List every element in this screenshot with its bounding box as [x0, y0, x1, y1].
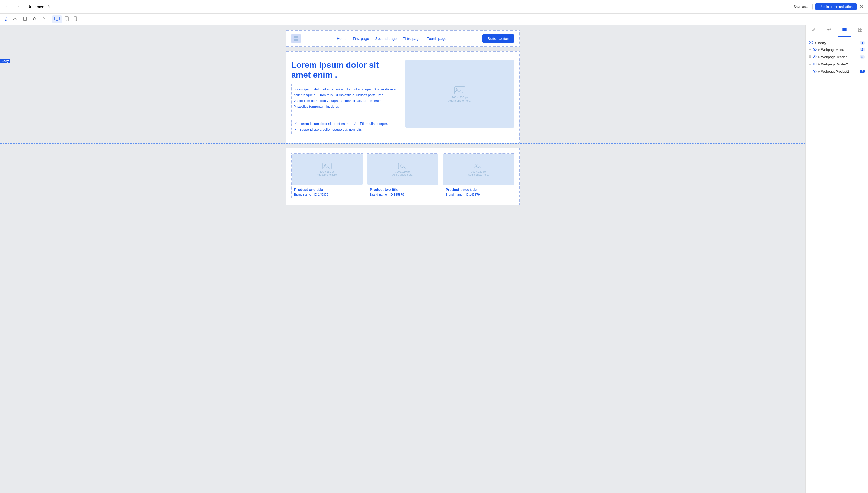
- desktop-view-button[interactable]: [52, 15, 62, 23]
- nav-button-action[interactable]: Button action: [483, 35, 514, 43]
- nav-link-first[interactable]: First page: [353, 37, 369, 41]
- svg-rect-8: [294, 36, 296, 38]
- export-tool-button[interactable]: [40, 15, 48, 23]
- save-as-button[interactable]: Save as...: [789, 3, 813, 10]
- check-item-2: ✓ Suspendisse a pellentesque dui, non fe…: [294, 127, 397, 131]
- product-3-image: 300 x 150 px Add a photo here.: [443, 154, 514, 185]
- layer-eye-icon[interactable]: [813, 55, 817, 59]
- body-expand-icon[interactable]: ▾: [815, 41, 816, 45]
- layer-expand-icon[interactable]: ▶: [818, 48, 820, 51]
- product-1-image-icon: [322, 163, 332, 170]
- frame-tool-button[interactable]: [21, 15, 29, 23]
- product-grid: 300 x 150 px Add a photo here. Product o…: [286, 148, 520, 205]
- toolbar: # </>: [0, 14, 868, 25]
- svg-point-26: [810, 42, 811, 43]
- canvas-area[interactable]: Body Home First page: [0, 25, 805, 493]
- hero-image-icon: [454, 85, 465, 95]
- layer-name-header: WebpageHeader6: [821, 55, 860, 59]
- svg-rect-18: [474, 163, 483, 169]
- layer-item-divider[interactable]: ⠿ ▶ WebpageDivider2: [806, 61, 868, 68]
- delete-tool-button[interactable]: [30, 15, 39, 23]
- layer-eye-icon[interactable]: [813, 62, 817, 66]
- svg-point-32: [814, 64, 815, 65]
- nav-bar: Home First page Second page Third page F…: [286, 30, 520, 47]
- layer-name-divider: WebpageDivider2: [821, 62, 860, 66]
- nav-link-fourth[interactable]: Fourth page: [427, 37, 446, 41]
- webpage-header-section: Lorem ipsum dolor sit amet enim . Lorem …: [286, 51, 520, 143]
- body-layer-badge: 1: [860, 41, 865, 45]
- use-in-communication-button[interactable]: Use in communication: [815, 3, 857, 10]
- svg-rect-23: [859, 30, 860, 31]
- nav-link-third[interactable]: Third page: [403, 37, 420, 41]
- hash-tool-button[interactable]: #: [3, 15, 9, 23]
- layer-eye-icon[interactable]: [813, 47, 817, 51]
- hero-content: Lorem ipsum dolor sit amet enim . Lorem …: [286, 51, 520, 143]
- product-2-img-size: 300 x 150 px: [395, 170, 410, 173]
- back-button[interactable]: ←: [4, 3, 11, 10]
- code-tool-button[interactable]: </>: [11, 16, 20, 23]
- svg-point-28: [814, 49, 815, 50]
- main-content: Body Home First page: [0, 25, 868, 493]
- product-2-img-hint: Add a photo here.: [392, 173, 413, 176]
- layer-expand-icon[interactable]: ▶: [818, 62, 820, 66]
- svg-rect-3: [55, 17, 60, 20]
- drag-handle-icon[interactable]: ⠿: [809, 69, 811, 73]
- forward-button[interactable]: →: [14, 3, 21, 10]
- hero-right: 460 x 300 px Add a photo here.: [405, 60, 514, 128]
- layer-body-row[interactable]: ▾ Body 1: [806, 39, 868, 46]
- check-text-2: Etiam ullamcorper.: [360, 122, 388, 126]
- layer-name-product: WebpageProduct2: [821, 69, 860, 73]
- product-1-img-size: 300 x 150 px: [320, 170, 334, 173]
- layer-item-header[interactable]: ⠿ ▶ WebpageHeader6 2: [806, 53, 868, 61]
- panel-tab-layers[interactable]: [838, 25, 851, 37]
- webpage-product-section: 300 x 150 px Add a photo here. Product o…: [286, 148, 520, 205]
- close-button[interactable]: ✕: [860, 4, 864, 10]
- layer-item-menu[interactable]: ⠿ ▶ WebpageMenu1 2: [806, 46, 868, 53]
- layer-item-product[interactable]: ⠿ ▶ WebpageProduct2 3: [806, 68, 868, 75]
- layers-icon: [842, 27, 847, 34]
- product-2-title: Product two title: [370, 188, 436, 192]
- hero-image-hint: Add a photo here.: [448, 99, 471, 102]
- edit-icon: [811, 27, 816, 34]
- check-text-3: Suspendisse a pellentesque dui, non feli…: [299, 127, 363, 131]
- svg-rect-11: [296, 39, 298, 41]
- mobile-view-button[interactable]: [72, 15, 79, 24]
- layer-badge-menu: 2: [860, 48, 865, 51]
- product-2-image: 300 x 150 px Add a photo here.: [367, 154, 439, 185]
- section-gap-1: [286, 47, 520, 51]
- export-icon: [42, 17, 46, 22]
- svg-rect-10: [294, 39, 296, 41]
- svg-rect-24: [861, 30, 862, 31]
- svg-rect-21: [859, 28, 860, 29]
- separator: [24, 3, 24, 10]
- panel-tab-settings[interactable]: [823, 25, 836, 37]
- layer-eye-icon[interactable]: [813, 69, 817, 73]
- drag-handle-icon[interactable]: ⠿: [809, 55, 811, 59]
- product-3-title: Product three title: [445, 188, 511, 192]
- hero-image-placeholder: 460 x 300 px Add a photo here.: [405, 60, 514, 128]
- body-eye-icon[interactable]: [809, 41, 813, 45]
- tablet-icon: [65, 16, 68, 22]
- hero-left: Lorem ipsum dolor sit amet enim . Lorem …: [291, 60, 400, 134]
- tablet-view-button[interactable]: [63, 15, 71, 24]
- layer-expand-icon[interactable]: ▶: [818, 55, 820, 59]
- edit-title-icon[interactable]: ✎: [47, 5, 50, 9]
- top-bar-right: Save as... Use in communication ✕: [789, 3, 864, 10]
- check-icon-3: ✓: [294, 127, 297, 131]
- panel-tab-edit[interactable]: [807, 25, 820, 37]
- nav-link-second[interactable]: Second page: [375, 37, 397, 41]
- drag-handle-icon[interactable]: ⠿: [809, 48, 811, 51]
- product-3-brand: Brand name - ID 145879: [445, 193, 511, 196]
- panel-tab-components[interactable]: [854, 25, 867, 37]
- svg-rect-16: [398, 163, 407, 169]
- webpage-menu-section: Home First page Second page Third page F…: [286, 30, 520, 47]
- svg-point-13: [457, 88, 459, 90]
- layer-badge-divider: [860, 64, 865, 64]
- svg-point-7: [75, 20, 75, 20]
- nav-link-home[interactable]: Home: [337, 37, 347, 41]
- settings-icon: [827, 27, 831, 34]
- product-3-img-size: 300 x 150 px: [471, 170, 486, 173]
- nav-links: Home First page Second page Third page F…: [337, 37, 446, 41]
- drag-handle-icon[interactable]: ⠿: [809, 62, 811, 66]
- layer-expand-icon[interactable]: ▶: [818, 69, 820, 73]
